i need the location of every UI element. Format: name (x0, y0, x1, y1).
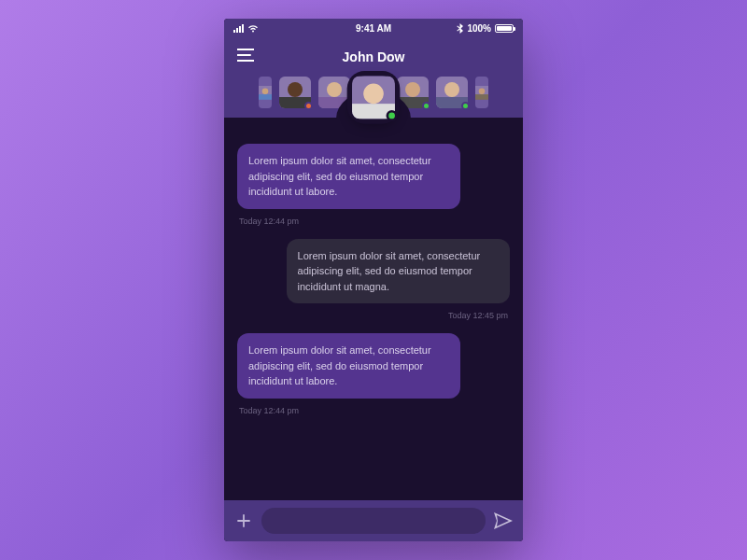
incoming-message: Lorem ipsum dolor sit amet, consectetur … (237, 333, 460, 399)
message-input-bar (224, 500, 523, 541)
message-timestamp: Today 12:44 pm (239, 217, 299, 226)
avatar-icon (475, 77, 488, 108)
plus-icon (236, 513, 251, 528)
message-timestamp: Today 12:44 pm (239, 406, 299, 415)
incoming-message: Lorem ipsum dolor sit amet, consectetur … (237, 144, 460, 209)
send-icon (494, 512, 513, 529)
svg-rect-1 (259, 94, 272, 100)
send-button[interactable] (493, 511, 514, 531)
svg-point-20 (479, 88, 486, 94)
avatar-icon (259, 77, 272, 108)
outgoing-message: Lorem ipsum dolor sit amet, consectetur … (287, 239, 510, 304)
presence-dot (304, 102, 313, 110)
svg-point-5 (288, 82, 303, 97)
svg-point-8 (327, 82, 342, 97)
contact-avatar[interactable] (279, 77, 311, 108)
status-bar: 9:41 AM 100% (224, 19, 523, 37)
battery-text: 100% (467, 23, 491, 34)
chat-area[interactable]: Lorem ipsum dolor sit amet, consectetur … (224, 118, 523, 500)
svg-point-14 (405, 82, 420, 97)
contact-avatar[interactable] (259, 77, 272, 108)
battery-icon (495, 24, 514, 33)
presence-dot (422, 102, 430, 110)
presence-dot (461, 102, 470, 110)
wifi-icon (247, 24, 259, 33)
svg-point-17 (444, 82, 459, 97)
signal-icon (233, 24, 244, 33)
svg-rect-19 (475, 94, 488, 100)
presence-dot (387, 110, 398, 121)
attach-button[interactable] (233, 511, 254, 531)
hamburger-icon (237, 49, 254, 62)
message-timestamp: Today 12:45 pm (448, 311, 508, 320)
menu-button[interactable] (237, 49, 254, 65)
contact-avatar[interactable] (352, 76, 395, 119)
bluetooth-icon (457, 23, 463, 34)
svg-point-2 (262, 88, 269, 94)
contact-avatar[interactable] (436, 77, 468, 108)
status-time: 9:41 AM (356, 23, 391, 34)
chat-title: John Dow (343, 49, 405, 64)
message-input[interactable] (261, 508, 486, 534)
contact-avatar[interactable] (475, 77, 488, 108)
svg-point-11 (363, 84, 384, 105)
chat-header: John Dow (224, 37, 523, 118)
phone-frame: 9:41 AM 100% John Dow (224, 19, 523, 541)
contacts-strip[interactable] (233, 71, 514, 118)
